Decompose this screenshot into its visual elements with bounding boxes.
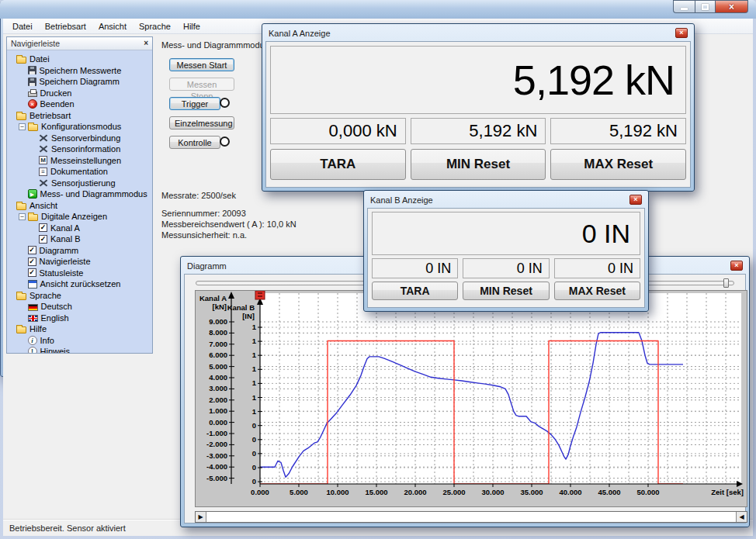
kanal-a-main-value: 5,192 kN (513, 56, 675, 104)
nav-item-konfigurationsmodus[interactable]: −Konfigurationsmodus (7, 121, 152, 133)
axis-label: 45.000 (598, 488, 620, 496)
folder-icon (16, 327, 26, 333)
menu-item-datei[interactable]: Datei (6, 19, 39, 33)
b-axis-marker (255, 291, 265, 299)
flag-de-icon (28, 304, 38, 311)
scroll-right-button[interactable]: ◀ (736, 512, 747, 522)
axis-label: -1.000 (206, 429, 227, 437)
clr-icon (28, 280, 37, 289)
checkbox-icon: ✓ (39, 223, 47, 232)
nav-item-label: Betriebsart (29, 111, 71, 120)
nav-item-deutsch[interactable]: Deutsch (7, 301, 152, 313)
axis-label: 20.000 (404, 488, 426, 496)
close-button[interactable]: × (716, 0, 748, 13)
kanal-b-client: 0 IN 0 IN 0 IN 0 IN TARA MIN Reset MAX R… (367, 208, 645, 308)
close-icon[interactable]: × (730, 261, 743, 271)
axis-label: 15.000 (365, 488, 387, 496)
desktop: × DateiBetriebsartAnsichtSpracheHilfe Na… (0, 0, 756, 539)
scroll-left-button[interactable]: ▶ (196, 512, 206, 522)
nav-item-mess-und-diagrammmodus[interactable]: ▶Mess- und Diagrammmodus (7, 188, 152, 200)
axis-label: 1 (252, 393, 257, 402)
nav-item-hinweis[interactable]: !Hinweis (7, 346, 152, 353)
axis-label: 3.000 (209, 384, 227, 392)
kanal-a-titlebar[interactable]: Kanal A Anzeige × (265, 25, 691, 41)
slider-thumb[interactable] (723, 278, 729, 288)
mode-button-einzelmessung[interactable]: Einzelmessung (169, 116, 234, 130)
mode-button-messen-start[interactable]: Messen Start (169, 58, 234, 71)
axis-label: 0 (252, 449, 256, 458)
mode-panel-title: Mess- und Diagrammmodus (161, 40, 269, 50)
chart-scrollbar[interactable]: ▶ ◀ (195, 511, 747, 523)
kanal-b-titlebar[interactable]: Kanal B Anzeige × (367, 192, 645, 208)
kanal-a-min-reset-button[interactable]: MIN Reset (411, 149, 546, 180)
nav-item-beenden[interactable]: ×Beenden (7, 98, 152, 110)
kanal-a-tara-button[interactable]: TARA (270, 149, 406, 180)
nav-panel-header: Navigierleiste × (7, 37, 152, 50)
kanal-b-tara-button[interactable]: TARA (372, 282, 458, 300)
nav-item-sensorinformation[interactable]: Sensorinformation (7, 143, 152, 155)
menu-item-sprache[interactable]: Sprache (133, 19, 177, 33)
axis-label: -4.000 (206, 462, 227, 471)
nav-item-sensorverbindung[interactable]: Sensorverbindung (7, 133, 152, 144)
expander-icon[interactable]: − (19, 123, 26, 130)
close-icon[interactable]: × (629, 195, 642, 205)
nav-item-sensorjustierung[interactable]: Sensorjustierung (7, 178, 152, 189)
expander-icon[interactable]: − (19, 213, 26, 220)
menu-item-ansicht[interactable]: Ansicht (92, 19, 133, 33)
nav-item-messeinstellungen[interactable]: MMesseinstellungen (7, 155, 152, 167)
kanal-b-title: Kanal B Anzeige (370, 195, 433, 205)
nav-close-icon[interactable]: × (144, 40, 148, 47)
menu-item-hilfe[interactable]: Hilfe (177, 19, 206, 33)
nav-item-ansicht[interactable]: Ansicht (7, 200, 152, 212)
maximize-button[interactable] (695, 0, 716, 13)
menu-item-betriebsart[interactable]: Betriebsart (39, 19, 92, 33)
kanal-a-max-reset-button[interactable]: MAX Reset (550, 149, 686, 180)
mode-button-trigger[interactable]: Trigger (169, 97, 220, 110)
kanal-a-window: Kanal A Anzeige × 5,192 kN 0,000 kN 5,19… (262, 23, 695, 192)
nav-item-ansicht-zur-cksetzen[interactable]: Ansicht zurücksetzen (7, 278, 152, 290)
nav-item-label: Kanal B (50, 234, 81, 244)
nav-item-label: Navigierleiste (40, 257, 91, 266)
close-icon[interactable]: × (675, 28, 688, 38)
kanal-a-main-display: 5,192 kN (270, 46, 686, 114)
nav-item-betriebsart[interactable]: Betriebsart (7, 110, 152, 122)
main-titlebar[interactable]: × (0, 0, 756, 19)
nav-item-navigierleiste[interactable]: ✓Navigierleiste (7, 256, 152, 268)
kanal-b-max-reset-button[interactable]: MAX Reset (554, 282, 640, 300)
plug-icon (39, 144, 48, 154)
checkbox-icon: ✓ (28, 268, 36, 277)
checkbox-icon: ✓ (28, 257, 36, 266)
kanal-b-min-reset-button[interactable]: MIN Reset (463, 282, 549, 300)
nav-item-statusleiste[interactable]: ✓Statusleiste (7, 268, 152, 279)
nav-item-english[interactable]: English (7, 313, 152, 324)
nav-item-datei[interactable]: Datei (7, 54, 152, 65)
nav-item-speichern-messwerte[interactable]: Speichern Messwerte (7, 65, 152, 77)
nav-item-dokumentation[interactable]: ≡Dokumentation (7, 166, 152, 178)
nav-item-kanal-a[interactable]: ✓Kanal A (7, 223, 152, 234)
axis-label: 0.000 (251, 488, 269, 496)
nav-item-label: Sensorverbindung (51, 133, 120, 143)
caption-buttons: × (673, 0, 748, 13)
nav-item-speichern-diagramm[interactable]: Speichern Diagramm (7, 76, 152, 88)
nav-item-hilfe[interactable]: Hilfe (7, 323, 152, 335)
mode-button-kontrolle[interactable]: Kontrolle (169, 136, 220, 149)
nav-item-drucken[interactable]: Drucken (7, 88, 152, 99)
kanal-b-main-display: 0 IN (372, 212, 640, 255)
axis-label: 5.000 (290, 488, 308, 496)
folder-icon (16, 57, 26, 64)
minimize-button[interactable] (673, 0, 695, 13)
kanal-b-button-row: TARA MIN Reset MAX Reset (372, 282, 640, 300)
nav-item-kanal-b[interactable]: ✓Kanal B (7, 233, 152, 245)
nav-item-diagramm[interactable]: ✓Diagramm (7, 245, 152, 257)
axis-label: 0 (252, 421, 256, 430)
nav-item-label: Speichern Messwerte (40, 66, 122, 75)
nav-item-info[interactable]: iInfo (7, 335, 152, 347)
mode-button-messen-stopp[interactable]: Messen Stopp (169, 78, 234, 91)
axis-label: 0.000 (209, 418, 227, 427)
nav-item-label: Datei (29, 54, 50, 64)
kanal-b-tara-display: 0 IN (372, 258, 458, 278)
nav-item-label: English (41, 313, 69, 323)
nav-item-digitale-anzeigen[interactable]: −Digitale Anzeigen (7, 211, 152, 223)
axis-label: -5.000 (206, 474, 227, 482)
nav-item-sprache[interactable]: Sprache (7, 290, 152, 302)
